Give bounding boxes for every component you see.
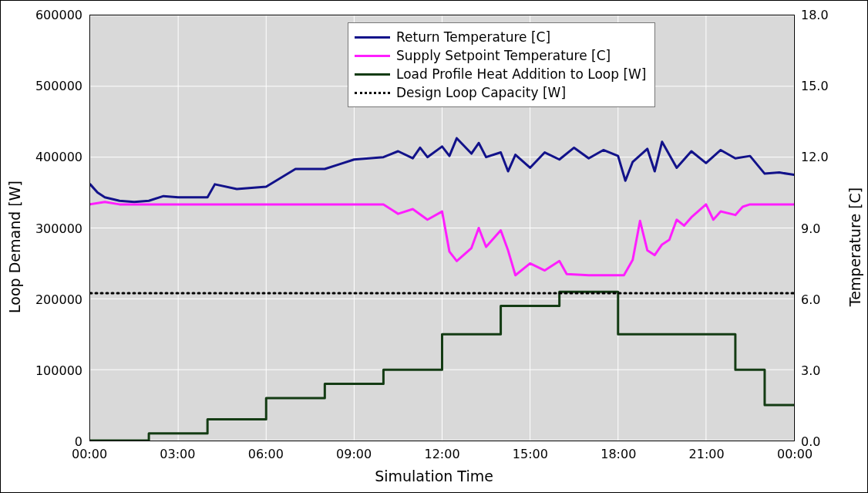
legend-label: Design Loop Capacity [W] [396, 85, 566, 100]
y-left-tick-label: 600000 [5, 8, 82, 22]
legend: Return Temperature [C] Supply Setpoint T… [348, 22, 655, 107]
legend-swatch-design-capacity [355, 83, 390, 102]
chart-frame: 0100000200000300000400000500000600000 0.… [0, 0, 868, 493]
y-right-axis-label: Temperature [C] [846, 187, 863, 306]
legend-label: Load Profile Heat Addition to Loop [W] [396, 66, 647, 82]
x-tick-label: 12:00 [424, 447, 459, 461]
x-tick-label: 00:00 [777, 447, 812, 461]
legend-item-supply-setpoint: Supply Setpoint Temperature [C] [355, 46, 647, 65]
legend-label: Supply Setpoint Temperature [C] [396, 48, 611, 63]
y-left-tick-label: 500000 [5, 79, 82, 93]
y-right-tick-label: 12.0 [801, 150, 863, 164]
y-right-tick-label: 18.0 [801, 8, 863, 22]
y-right-tick-label: 15.0 [801, 79, 863, 93]
legend-swatch-return-temp [355, 28, 390, 46]
x-tick-label: 03:00 [160, 447, 195, 461]
y-left-tick-label: 100000 [5, 363, 82, 377]
legend-swatch-supply-setpoint [355, 46, 390, 65]
x-tick-label: 15:00 [513, 447, 548, 461]
legend-item-load-profile: Load Profile Heat Addition to Loop [W] [355, 65, 647, 83]
y-left-tick-label: 400000 [5, 150, 82, 164]
x-tick-label: 06:00 [248, 447, 284, 461]
x-tick-label: 18:00 [601, 447, 636, 461]
x-tick-label: 00:00 [72, 447, 107, 461]
y-right-tick-label: 3.0 [801, 363, 863, 377]
x-tick-label: 21:00 [689, 447, 725, 461]
x-tick-label: 09:00 [336, 447, 372, 461]
legend-swatch-load-profile [355, 65, 390, 83]
y-left-axis-label: Loop Demand [W] [6, 181, 23, 313]
x-axis-label: Simulation Time [375, 468, 493, 485]
legend-label: Return Temperature [C] [396, 29, 550, 45]
legend-item-return-temp: Return Temperature [C] [355, 28, 647, 46]
legend-item-design-capacity: Design Loop Capacity [W] [355, 83, 647, 102]
